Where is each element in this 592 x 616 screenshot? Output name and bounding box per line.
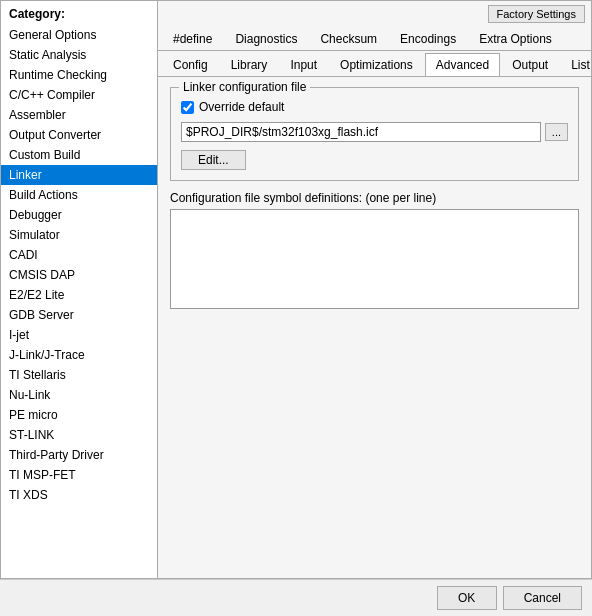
linker-config-title: Linker configuration file xyxy=(179,80,310,94)
sidebar-item-c-cpp-compiler[interactable]: C/C++ Compiler xyxy=(1,85,157,105)
symbols-label: Configuration file symbol definitions: (… xyxy=(170,191,579,205)
sidebar-item-cadi[interactable]: CADI xyxy=(1,245,157,265)
file-path-input[interactable] xyxy=(181,122,541,142)
sidebar-item-ti-msp-fet[interactable]: TI MSP-FET xyxy=(1,465,157,485)
tab-diagnostics[interactable]: Diagnostics xyxy=(224,27,308,50)
tab-row-1: #defineDiagnosticsChecksumEncodingsExtra… xyxy=(158,25,591,51)
edit-button[interactable]: Edit... xyxy=(181,150,246,170)
sidebar-list: General OptionsStatic AnalysisRuntime Ch… xyxy=(1,25,157,505)
override-default-label: Override default xyxy=(199,100,284,114)
tab-output[interactable]: Output xyxy=(501,53,559,76)
main-dialog: Category: General OptionsStatic Analysis… xyxy=(0,0,592,616)
sidebar-item-st-link[interactable]: ST-LINK xyxy=(1,425,157,445)
override-default-row: Override default xyxy=(181,100,568,114)
tab-row-2: ConfigLibraryInputOptimizationsAdvancedO… xyxy=(158,51,591,77)
linker-config-group: Linker configuration file Override defau… xyxy=(170,87,579,181)
sidebar-item-debugger[interactable]: Debugger xyxy=(1,205,157,225)
sidebar-item-simulator[interactable]: Simulator xyxy=(1,225,157,245)
sidebar-item-custom-build[interactable]: Custom Build xyxy=(1,145,157,165)
cancel-button[interactable]: Cancel xyxy=(503,586,582,610)
content-panel: Factory Settings #defineDiagnosticsCheck… xyxy=(158,0,592,579)
sidebar-item-build-actions[interactable]: Build Actions xyxy=(1,185,157,205)
sidebar-item-linker[interactable]: Linker xyxy=(1,165,157,185)
sidebar-item-nu-link[interactable]: Nu-Link xyxy=(1,385,157,405)
sidebar-item-third-party-driver[interactable]: Third-Party Driver xyxy=(1,445,157,465)
sidebar-item-i-jet[interactable]: I-jet xyxy=(1,325,157,345)
tab-config[interactable]: Config xyxy=(162,53,219,76)
sidebar-item-assembler[interactable]: Assembler xyxy=(1,105,157,125)
tab-encodings[interactable]: Encodings xyxy=(389,27,467,50)
sidebar-item-gdb-server[interactable]: GDB Server xyxy=(1,305,157,325)
sidebar-item-runtime-checking[interactable]: Runtime Checking xyxy=(1,65,157,85)
override-default-checkbox[interactable] xyxy=(181,101,194,114)
category-label: Category: xyxy=(1,1,157,25)
sidebar-item-ti-stellaris[interactable]: TI Stellaris xyxy=(1,365,157,385)
sidebar-item-output-converter[interactable]: Output Converter xyxy=(1,125,157,145)
tab-define[interactable]: #define xyxy=(162,27,223,50)
tab-advanced[interactable]: Advanced xyxy=(425,53,500,76)
tab-checksum[interactable]: Checksum xyxy=(309,27,388,50)
tab-input[interactable]: Input xyxy=(279,53,328,76)
sidebar-item-static-analysis[interactable]: Static Analysis xyxy=(1,45,157,65)
sidebar-item-cmsis-dap[interactable]: CMSIS DAP xyxy=(1,265,157,285)
sidebar-item-pe-micro[interactable]: PE micro xyxy=(1,405,157,425)
tab-extra-options[interactable]: Extra Options xyxy=(468,27,563,50)
sidebar-item-j-link-j-trace[interactable]: J-Link/J-Trace xyxy=(1,345,157,365)
dialog-inner: Category: General OptionsStatic Analysis… xyxy=(0,0,592,579)
file-path-row: ... xyxy=(181,122,568,142)
main-panel: Linker configuration file Override defau… xyxy=(158,77,591,578)
sidebar-item-general-options[interactable]: General Options xyxy=(1,25,157,45)
sidebar-item-ti-xds[interactable]: TI XDS xyxy=(1,485,157,505)
dialog-footer: OK Cancel xyxy=(0,579,592,616)
sidebar: Category: General OptionsStatic Analysis… xyxy=(0,0,158,579)
tab-optimizations[interactable]: Optimizations xyxy=(329,53,424,76)
tab-library[interactable]: Library xyxy=(220,53,279,76)
sidebar-item-e2-e2-lite[interactable]: E2/E2 Lite xyxy=(1,285,157,305)
ok-button[interactable]: OK xyxy=(437,586,497,610)
tab-list[interactable]: List xyxy=(560,53,592,76)
factory-settings-bar: Factory Settings xyxy=(158,1,591,25)
factory-settings-button[interactable]: Factory Settings xyxy=(488,5,585,23)
browse-button[interactable]: ... xyxy=(545,123,568,141)
symbols-textarea[interactable] xyxy=(170,209,579,309)
